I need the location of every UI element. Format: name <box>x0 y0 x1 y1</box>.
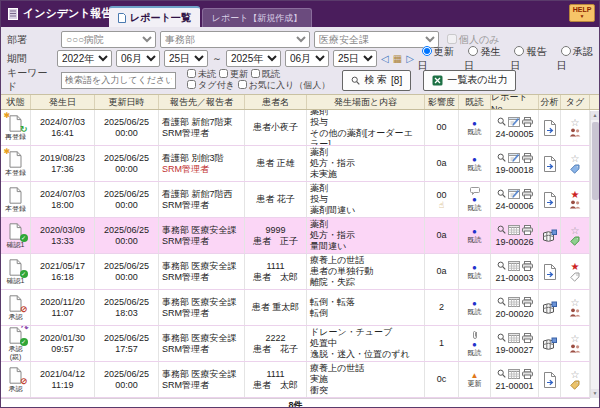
updated-checkbox-label[interactable]: 更新 <box>216 69 248 80</box>
analysis-report-icon[interactable] <box>543 372 557 388</box>
star-outline-icon[interactable]: ☆ <box>571 298 580 308</box>
content-line: その他の薬剤[オーダーエラー] <box>310 128 421 146</box>
search-button[interactable]: 検 索 [8] <box>342 70 411 91</box>
help-button[interactable]: HELP ▼ <box>569 4 595 22</box>
scrollbar-up-icon[interactable]: ▲ <box>591 111 599 120</box>
calendar-edit-icon[interactable] <box>508 188 520 199</box>
tagged-checkbox[interactable] <box>187 80 196 89</box>
report-date-radio[interactable] <box>514 46 524 56</box>
report-row[interactable]: ↷✓承認(親)2020/01/3009:572025/06/2517:57事務部… <box>1 326 599 362</box>
scrollbar-thumb[interactable] <box>592 122 599 200</box>
star-outline-icon[interactable]: ☆ <box>571 226 580 236</box>
calendar-icon[interactable] <box>508 224 520 235</box>
calendar-edit-icon[interactable] <box>508 152 520 163</box>
approved-date-radio[interactable] <box>561 46 571 56</box>
impact-level: 00 <box>436 190 446 201</box>
report-no: 20-00020 <box>495 309 533 320</box>
content-line: 薬剤 <box>310 183 328 194</box>
tag-icon <box>570 272 580 282</box>
star-filled-icon[interactable]: ★ <box>571 190 580 200</box>
calendar-picker-icon[interactable]: ▦ <box>393 54 402 64</box>
radio-approved-date[interactable]: 承認日 <box>557 45 599 73</box>
scrollbar-down-icon[interactable]: ▼ <box>591 389 599 398</box>
printer-icon[interactable] <box>522 117 533 127</box>
radio-occurred-date[interactable]: 発生日 <box>464 45 506 73</box>
tab-report-list[interactable]: レポート一覧 <box>109 6 200 27</box>
analysis-grid-icon[interactable] <box>542 301 557 315</box>
from-month-select[interactable]: 06月 <box>116 50 160 67</box>
analysis-report-icon[interactable] <box>543 264 557 280</box>
printer-icon[interactable] <box>522 189 533 199</box>
star-outline-icon[interactable]: ☆ <box>571 334 580 344</box>
prev-period-icon[interactable]: ◁ <box>381 54 389 64</box>
printer-icon[interactable] <box>522 261 533 271</box>
report-row[interactable]: ✓確認12021/05/1716:182025/06/2500:00事務部 医療… <box>1 254 599 290</box>
report-row[interactable]: ✓確認12020/03/0913:332025/06/2500:00事務部 医療… <box>1 218 599 254</box>
report-no-cell: 20-00020 <box>491 290 539 325</box>
analysis-report-icon[interactable] <box>543 192 557 208</box>
calendar-icon[interactable] <box>508 296 520 307</box>
report-row[interactable]: ✱本登録2019/08/2317:362025/06/2500:00看護部 別館… <box>1 146 599 182</box>
from-year-select[interactable]: 2022年 <box>57 50 112 67</box>
calendar-icon[interactable] <box>508 260 520 271</box>
calendar-edit-icon[interactable] <box>508 116 520 127</box>
keyword-input[interactable] <box>61 72 176 89</box>
hospital-select[interactable]: ○○○病院 <box>61 31 156 48</box>
report-row[interactable]: 本登録2024/07/0318:002025/06/2500:00看護部 新館7… <box>1 182 599 218</box>
reporter: SRM管理者 <box>162 164 209 175</box>
to-day-select[interactable]: 25日 <box>333 50 377 67</box>
app-title: インシデント報告 <box>8 6 113 21</box>
magnifier-icon[interactable] <box>497 369 506 378</box>
star-outline-icon[interactable]: ☆ <box>571 154 580 164</box>
magnifier-icon[interactable] <box>497 189 506 198</box>
printer-icon[interactable] <box>522 153 533 163</box>
from-day-select[interactable]: 25日 <box>164 50 208 67</box>
report-table: 状態 発生日 更新日時 報告先／報告者 患者名 発生場面と内容 影響度 既読 レ… <box>1 94 599 408</box>
department-select[interactable]: 事務部 <box>160 31 310 48</box>
magnifier-icon[interactable] <box>497 117 506 126</box>
read-checkbox[interactable] <box>251 69 260 78</box>
printer-icon[interactable] <box>522 225 533 235</box>
tab-report-new[interactable]: レポート【新規作成】 <box>202 8 313 27</box>
updated-checkbox[interactable] <box>219 69 228 78</box>
read-checkbox-label[interactable]: 既読 <box>248 69 280 80</box>
printer-icon[interactable] <box>522 369 533 379</box>
personal-only-checkbox[interactable] <box>447 34 457 44</box>
favorite-checkbox-label[interactable]: お気に入り（個人） <box>235 80 331 91</box>
magnifier-icon[interactable] <box>497 297 506 306</box>
unread-checkbox[interactable] <box>187 69 196 78</box>
favorite-checkbox[interactable] <box>238 80 247 89</box>
radio-report-date[interactable]: 報告日 <box>510 45 552 73</box>
report-no-cell: 24-00006 <box>491 182 539 217</box>
table-scrollbar[interactable]: ▲ ▼ <box>590 111 599 398</box>
analysis-grid-icon[interactable] <box>542 337 557 351</box>
keyword-filter-row: キーワード 未読 更新 既読 タグ付き お気に入り（個人） 検 索 [8] <box>7 68 599 92</box>
calendar-icon[interactable] <box>508 368 520 379</box>
report-row[interactable]: ⊘承認2021/04/1211:192025/06/2500:00事務部 医療安… <box>1 362 599 398</box>
magnifier-icon[interactable] <box>497 333 506 342</box>
report-row[interactable]: ✱↻再登録2024/07/0316:412025/06/2500:00看護部 新… <box>1 110 599 146</box>
to-year-select[interactable]: 2025年 <box>226 50 281 67</box>
radio-updated-date[interactable]: 更新日 <box>418 45 460 73</box>
star-outline-icon[interactable]: ☆ <box>571 370 580 380</box>
to-month-select[interactable]: 06月 <box>285 50 329 67</box>
magnifier-icon[interactable] <box>497 261 506 270</box>
next-period-icon[interactable]: ▷ <box>406 54 414 64</box>
reporter: SRM管理者 <box>162 272 209 283</box>
magnifier-icon[interactable] <box>497 225 506 234</box>
export-button[interactable]: 一覧表の出力 <box>423 70 516 91</box>
star-outline-icon[interactable]: ☆ <box>571 118 580 128</box>
analysis-grid-icon[interactable] <box>542 229 557 243</box>
calendar-icon[interactable] <box>508 332 520 343</box>
printer-icon[interactable] <box>522 333 533 343</box>
report-row[interactable]: ⊘承認2020/11/2011:072025/06/2518:03事務部 医療安… <box>1 290 599 326</box>
star-filled-icon[interactable]: ★ <box>571 262 580 272</box>
unread-checkbox-label[interactable]: 未読 <box>184 69 216 80</box>
occurred-date-radio[interactable] <box>468 46 478 56</box>
printer-icon[interactable] <box>522 297 533 307</box>
tagged-checkbox-label[interactable]: タグ付き <box>184 80 235 91</box>
magnifier-icon[interactable] <box>497 153 506 162</box>
analysis-report-icon[interactable] <box>543 156 557 172</box>
updated-date-radio[interactable] <box>422 46 432 56</box>
analysis-report-icon[interactable] <box>543 120 557 136</box>
